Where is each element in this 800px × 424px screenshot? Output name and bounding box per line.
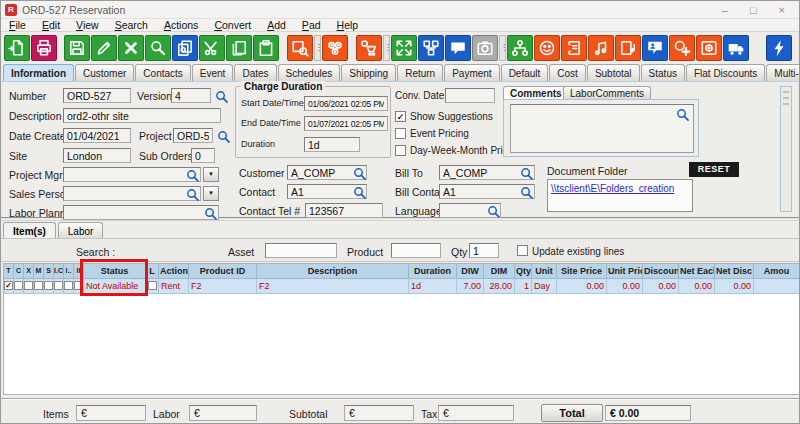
add-money-icon[interactable] [669, 35, 695, 61]
header-cell[interactable]: I.. [64, 264, 74, 279]
row-cell-unit[interactable]: Day [532, 279, 557, 294]
total-button[interactable]: Total [541, 404, 603, 422]
product-search-icon[interactable] [287, 35, 313, 61]
header-cell[interactable]: Qty [515, 264, 532, 279]
description-field[interactable] [63, 108, 221, 123]
menu-search[interactable]: Search [107, 19, 156, 31]
tab-shipping[interactable]: Shipping [341, 64, 396, 81]
tab-subtotal[interactable]: Subtotal [587, 64, 640, 81]
row-checkbox-cell[interactable]: ✓ [4, 279, 14, 294]
row-cell-status[interactable]: Not Available [84, 279, 146, 294]
reset-button[interactable]: RESET [689, 162, 739, 177]
camera-icon[interactable] [472, 35, 498, 61]
row-cell-amount[interactable] [754, 279, 800, 294]
menu-convert[interactable]: Convert [206, 19, 259, 31]
music-note-icon[interactable] [588, 35, 614, 61]
delete-icon[interactable] [118, 35, 144, 61]
header-cell[interactable]: C [14, 264, 24, 279]
version-search-icon[interactable] [215, 89, 228, 102]
truck-icon[interactable] [723, 35, 749, 61]
hierarchy-icon[interactable] [507, 35, 533, 61]
row-cell-description[interactable]: F2 [257, 279, 409, 294]
row-cell-product-id[interactable]: F2 [189, 279, 257, 294]
tab-flat-discounts[interactable]: Flat Discounts [686, 64, 765, 81]
header-cell[interactable]: Discount [643, 264, 679, 279]
menu-add[interactable]: Add [259, 19, 294, 31]
project-mgr-field[interactable] [63, 167, 201, 182]
transfer-clipboard-icon[interactable] [615, 35, 641, 61]
flash-icon[interactable] [766, 35, 792, 61]
project-field[interactable] [173, 128, 213, 143]
row-cell-duration[interactable]: 1d [409, 279, 457, 294]
org-blocks-icon[interactable] [418, 35, 444, 61]
asset-search-input[interactable] [265, 243, 337, 258]
tab-event[interactable]: Event [192, 64, 234, 81]
product-search-icon-dropdown[interactable]: ⋮ [314, 35, 321, 61]
save-icon[interactable] [64, 35, 90, 61]
event-pricing-checkbox[interactable] [395, 128, 406, 139]
row-cell-l[interactable] [146, 279, 159, 294]
header-cell[interactable]: Net Disc [715, 264, 754, 279]
language-search-icon[interactable] [487, 204, 500, 217]
folder-link[interactable]: \\tsclient\E\Folders_creation [551, 183, 674, 194]
tab-information[interactable]: Information [3, 64, 74, 81]
search-icon[interactable] [145, 35, 171, 61]
tab-payment[interactable]: Payment [444, 64, 499, 81]
tab-contacts[interactable]: Contacts [135, 64, 190, 81]
comments-box[interactable] [510, 104, 694, 153]
tab-multi-curr[interactable]: Multi-Curr [766, 64, 800, 81]
tab-labor-comments[interactable]: LaborComments [563, 86, 651, 99]
version-field[interactable] [171, 88, 211, 103]
project-mgr-search-icon[interactable] [186, 168, 199, 181]
labor-planner-field[interactable] [63, 205, 219, 220]
row-cell-diw[interactable]: 7.00 [457, 279, 484, 294]
cut-icon[interactable] [199, 35, 225, 61]
header-cell[interactable]: Product ID [189, 264, 257, 279]
header-cell[interactable]: S [44, 264, 54, 279]
tab-dates[interactable]: Dates [234, 64, 276, 81]
header-cell[interactable]: T [4, 264, 14, 279]
tab-item-s-[interactable]: Item(s) [3, 222, 56, 239]
person-chat-icon[interactable] [642, 35, 668, 61]
header-cell[interactable]: I.C [54, 264, 64, 279]
components-icon[interactable] [322, 35, 348, 61]
header-cell[interactable]: Description [257, 264, 409, 279]
vault-icon[interactable] [696, 35, 722, 61]
row-checkbox-cell[interactable] [34, 279, 44, 294]
project-search-icon[interactable] [217, 129, 230, 142]
row-cell-net-each[interactable]: 0.00 [679, 279, 715, 294]
menu-pad[interactable]: Pad [294, 19, 329, 31]
header-cell[interactable]: L [146, 264, 159, 279]
tab-labor[interactable]: Labor [58, 222, 104, 239]
conv-date-field[interactable] [445, 88, 495, 103]
smiley-icon[interactable] [534, 35, 560, 61]
expand-icon[interactable] [391, 35, 417, 61]
header-cell[interactable]: M [34, 264, 44, 279]
row-cell-action[interactable]: Rent [159, 279, 189, 294]
menu-actions[interactable]: Actions [156, 19, 206, 31]
customer-search-icon[interactable] [353, 166, 366, 179]
close-button[interactable]: × [779, 2, 785, 18]
row-checkbox-cell[interactable] [64, 279, 74, 294]
site-field[interactable] [63, 148, 131, 163]
start-datetime-field[interactable] [304, 96, 388, 111]
sales-person-search-icon[interactable] [186, 187, 199, 200]
header-cell[interactable]: DIW [457, 264, 484, 279]
row-checkbox-cell[interactable] [24, 279, 34, 294]
menu-view[interactable]: View [68, 19, 107, 31]
shopping-cart-icon-dropdown[interactable]: ⋮ [383, 35, 390, 61]
header-cell[interactable]: Site Price [557, 264, 607, 279]
header-cell[interactable]: Action [159, 264, 189, 279]
edit-icon[interactable] [91, 35, 117, 61]
report-icon[interactable] [4, 35, 30, 61]
show-suggestions-checkbox[interactable]: ✓ [395, 111, 406, 122]
row-cell-discount[interactable]: 0.00 [643, 279, 679, 294]
duplicate-icon[interactable] [172, 35, 198, 61]
comments-search-icon[interactable] [676, 107, 689, 120]
header-cell[interactable]: Amou [754, 264, 800, 279]
tab-default[interactable]: Default [501, 64, 549, 81]
number-field[interactable] [63, 88, 131, 103]
contact-tel-field[interactable] [305, 203, 383, 218]
sub-orders-field[interactable] [191, 148, 215, 163]
tab-return[interactable]: Return [397, 64, 443, 81]
